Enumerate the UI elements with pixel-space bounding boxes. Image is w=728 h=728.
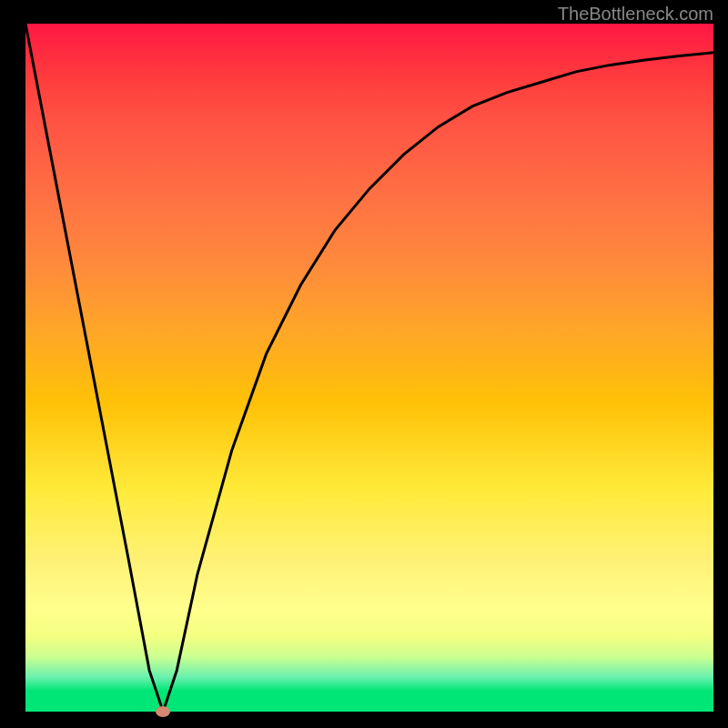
attribution-text: TheBottleneck.com: [558, 4, 713, 25]
optimal-point-marker: [156, 706, 170, 717]
chart-container: TheBottleneck.com: [0, 0, 728, 728]
plot-area: [25, 24, 713, 712]
